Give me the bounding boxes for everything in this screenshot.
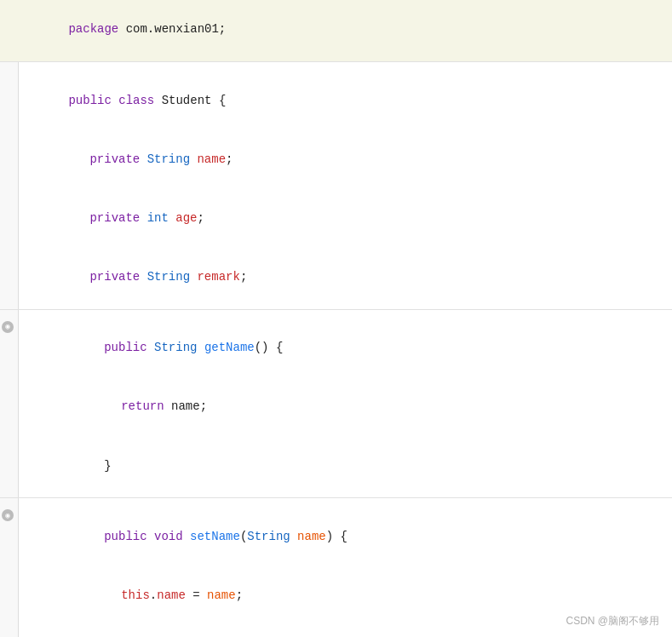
code-line: return name;: [0, 377, 672, 436]
param: name: [207, 588, 236, 602]
method-section: ◉ public void setName(String name) { thi…: [0, 507, 672, 637]
this-keyword: this: [121, 588, 150, 602]
code-line: }: [0, 625, 672, 637]
code-line: public class Student {: [0, 71, 672, 129]
method-name: setName: [190, 530, 240, 543]
code-line: private String name;: [0, 129, 672, 188]
param: name: [297, 530, 326, 543]
type: String: [147, 270, 190, 284]
code-area: package com.wenxian01; public class Stud…: [0, 0, 672, 637]
code-line: [0, 498, 672, 507]
code-line: private String remark;: [0, 248, 672, 310]
code-line: package com.wenxian01;: [0, 0, 672, 62]
type: int: [147, 211, 169, 225]
code-text: [169, 211, 175, 225]
code-text: com.wenxian01;: [118, 22, 226, 36]
code-text: [140, 152, 146, 166]
code-line: [0, 62, 672, 71]
field: name: [197, 152, 226, 166]
code-text: [112, 94, 118, 107]
keyword: public: [68, 94, 111, 107]
code-line: this.name = name;: [0, 566, 672, 625]
code-line: [0, 310, 672, 318]
keyword: private: [89, 270, 140, 284]
code-text: ;: [197, 211, 204, 225]
keyword: return: [121, 399, 164, 413]
type: String: [247, 530, 290, 543]
keyword: void: [154, 530, 183, 543]
field: age: [175, 211, 197, 225]
type: String: [154, 341, 197, 354]
code-text: [140, 211, 146, 225]
method-name: getName: [204, 341, 255, 354]
keyword: private: [89, 152, 140, 166]
code-line: }: [0, 436, 672, 498]
field: remark: [197, 270, 239, 284]
code-text: ;: [240, 270, 247, 284]
code-text: Student {: [154, 94, 226, 107]
code-text: ;: [226, 152, 233, 166]
code-editor: package com.wenxian01; public class Stud…: [0, 0, 672, 637]
type: String: [147, 152, 190, 166]
code-line: private int age;: [0, 189, 672, 248]
code-line: public void setName(String name) {: [0, 507, 672, 565]
keyword: class: [118, 94, 154, 107]
code-text: [140, 270, 146, 284]
method-section: ◉ public String getName() { return name;…: [0, 318, 672, 499]
keyword: package: [68, 22, 118, 36]
keyword: public: [104, 530, 146, 543]
keyword: private: [89, 211, 140, 225]
field: name: [157, 588, 186, 602]
keyword: public: [104, 341, 146, 354]
code-line: public String getName() {: [0, 318, 672, 377]
